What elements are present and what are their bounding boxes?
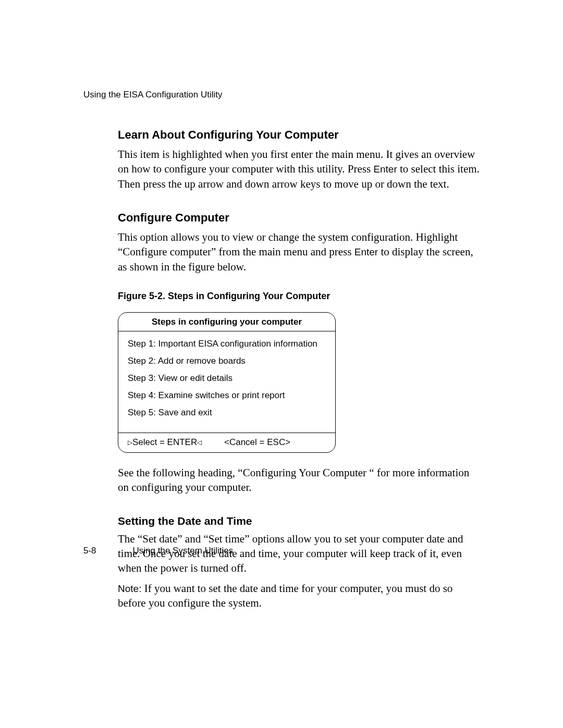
figure-footer-cancel: <Cancel = ESC>: [224, 437, 290, 447]
triangle-right-icon: ▷: [128, 439, 132, 446]
figure-footer: ▷Select = ENTER◁ <Cancel = ESC>: [118, 433, 335, 452]
select-enter-text: Select = ENTER: [132, 437, 197, 447]
heading-learn-about: Learn About Configuring Your Computer: [118, 128, 481, 142]
figure-step: Step 3: View or edit details: [128, 373, 326, 384]
enter-key-text: Enter: [373, 164, 397, 175]
figure-steps-list: Step 1: Important EISA configuration inf…: [118, 331, 335, 433]
note-label: Note:: [118, 583, 141, 594]
running-header: Using the EISA Configuration Utility: [83, 90, 481, 100]
footer-title: Using the System Utilities: [133, 546, 234, 556]
figure-footer-select: ▷Select = ENTER◁: [128, 437, 202, 447]
heading-setting-date-time: Setting the Date and Time: [118, 515, 481, 527]
enter-key-text-2: Enter: [354, 246, 378, 257]
para-learn-about: This item is highlighted when you first …: [118, 147, 481, 191]
figure-step: Step 1: Important EISA configuration inf…: [128, 339, 326, 349]
page-content: Learn About Configuring Your Computer Th…: [118, 128, 481, 610]
figure-step: Step 5: Save and exit: [128, 408, 326, 418]
figure-step: Step 2: Add or remove boards: [128, 356, 326, 366]
para-configure-computer: This option allows you to view or change…: [118, 230, 481, 274]
note-body: If you want to set the date and time for…: [118, 582, 452, 609]
triangle-left-icon: ◁: [197, 439, 202, 446]
page-number: 5-8: [83, 546, 96, 556]
page-footer: 5-8Using the System Utilities: [83, 546, 233, 556]
heading-configure-computer: Configure Computer: [118, 211, 481, 225]
figure-caption: Figure 5-2. Steps in Configuring Your Co…: [118, 291, 481, 302]
figure-box: Steps in configuring your computer Step …: [118, 312, 336, 453]
para-note: Note: If you want to set the date and ti…: [118, 581, 481, 611]
para-after-figure: See the following heading, “Configuring …: [118, 465, 481, 495]
figure-title: Steps in configuring your computer: [118, 313, 335, 331]
figure-step: Step 4: Examine switches or print report: [128, 390, 326, 401]
